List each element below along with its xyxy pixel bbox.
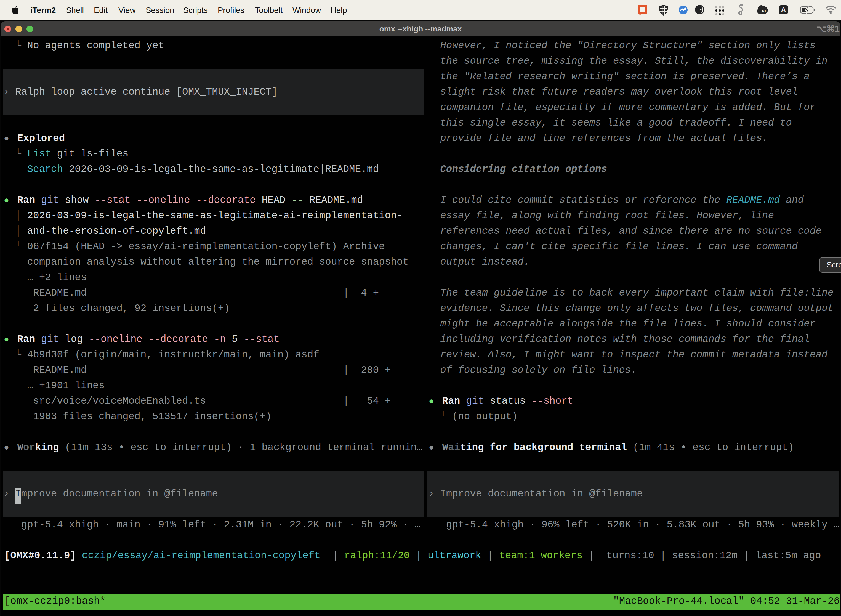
svg-text:..61: ..61 — [760, 9, 766, 13]
